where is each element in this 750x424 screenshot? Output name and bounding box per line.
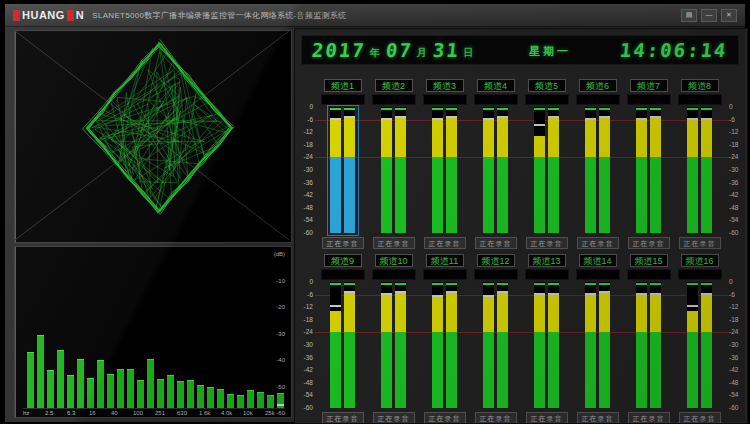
db-scale-label: -30 [729,341,747,348]
meter-peak-hold-tick [497,108,508,110]
meter-fill-yellow [446,293,457,333]
meter-peak-hold-tick [636,283,647,285]
title-bar: HUANGN SLANET5000数字广播非编录播监控管一体化网络系统-音频监测… [5,4,745,27]
meter-fill-yellow [701,295,712,333]
meter-peak-cap [483,295,494,297]
db-scale-label: -36 [295,354,313,361]
meter-peak-hold-tick [636,108,647,110]
channel-label[interactable]: 频道3 [426,79,464,92]
meter-fill-low [497,157,508,233]
spectrum-panel: hz2.56.316401002516301.6k4.0k10k25k(dB)-… [14,246,292,418]
meter-fill-low [636,332,647,408]
menu-icon[interactable]: ▤ [681,9,697,22]
spectrum-x-label: 1.6k [199,410,210,416]
channel-program-display [423,269,467,280]
db-scale-label: 0 [295,278,313,285]
db-scale-label: -54 [295,391,313,398]
spectrum-bar [177,381,184,408]
spectrum-bar [167,375,174,408]
meter-fill-yellow [636,120,647,158]
meter-bar-right [344,107,355,233]
db-scale-label: -18 [295,316,313,323]
meter-fill-yellow [497,118,508,158]
goniometer-trace [89,42,229,213]
meter-bar-right [701,107,712,233]
meter-peak-cap [687,118,698,120]
channel-status-badge: 正在录音 [373,412,415,424]
spectrum-bar [57,350,64,408]
meter-bar-right [446,107,457,233]
channel-label[interactable]: 频道15 [630,254,668,267]
meter-peak-cap [534,293,545,295]
meter-fill-yellow [548,295,559,333]
meter-peak-hold-tick [344,108,355,110]
channel-status-badge: 正在录音 [679,412,721,424]
channel-status-badge: 正在录音 [577,412,619,424]
meter-bar-left [483,282,494,408]
channel-program-display [423,94,467,105]
meter-bar-left [483,107,494,233]
minimize-icon[interactable]: — [701,9,717,22]
meter-peak-cap [395,291,406,293]
channel-label[interactable]: 频道7 [630,79,668,92]
db-scale-label: -24 [729,328,747,335]
meter-peak-hold-tick [650,108,661,110]
meter-peak-cap [497,291,508,293]
channel-label[interactable]: 频道4 [477,79,515,92]
day-value: 31 [432,39,461,61]
db-scale-label: -24 [295,328,313,335]
meter-bar-left [432,107,443,233]
meter-peak-cap [446,116,457,118]
logo-red-block2-icon [67,10,74,21]
db-scale-label: -60 [729,229,747,236]
db-scale-label: -60 [295,229,313,236]
meter-peak-cap [599,291,610,293]
channel-label[interactable]: 频道9 [324,254,362,267]
db-scale-label: -18 [729,141,747,148]
meter-bar-left [432,282,443,408]
meter-fill-low [446,157,457,233]
spectrum-bar [117,369,124,408]
channel-status-badge: 正在录音 [628,237,670,249]
channel-label[interactable]: 频道16 [681,254,719,267]
spectrum-x-label: 630 [177,410,187,416]
meter-fill-yellow [687,120,698,158]
meter-bar-right [650,282,661,408]
channel-status-badge: 正在录音 [475,237,517,249]
meter-peak-cap [330,118,341,120]
channel-label[interactable]: 频道8 [681,79,719,92]
year-value: 2017 [311,39,367,61]
spectrum-x-label: 6.3 [67,410,75,416]
channel-label[interactable]: 频道6 [579,79,617,92]
meter-peak-cap [701,118,712,120]
channel-label[interactable]: 频道13 [528,254,566,267]
channel-label[interactable]: 频道5 [528,79,566,92]
channel-label[interactable]: 频道10 [375,254,413,267]
spectrum-bar [257,392,264,408]
db-scale-label: -24 [729,153,747,160]
channel-status-badge: 正在录音 [322,237,364,249]
db-scale-label: -6 [295,116,313,123]
channel-label[interactable]: 频道12 [477,254,515,267]
threshold-line [315,295,729,296]
meter-peak-hold-tick [701,283,712,285]
close-icon[interactable]: ✕ [721,9,737,22]
channel-program-display [627,269,671,280]
meter-fill-low [548,157,559,233]
weekday-label: 星期一 [529,44,571,59]
spectrum-right-tick [277,404,284,406]
meter-peak-cap [432,118,443,120]
meter-fill-yellow [432,120,443,158]
spectrum-bar [107,374,114,408]
channel-label[interactable]: 频道11 [426,254,464,267]
db-scale-label: -54 [729,216,747,223]
threshold-line [315,120,729,121]
db-scale-label: -60 [729,404,747,411]
meter-fill-yellow [446,118,457,158]
meter-fill-yellow [534,295,545,333]
channel-label[interactable]: 频道14 [579,254,617,267]
meter-fill-yellow [701,120,712,158]
channel-label[interactable]: 频道1 [324,79,362,92]
meter-fill-yellow [432,297,443,333]
channel-label[interactable]: 频道2 [375,79,413,92]
